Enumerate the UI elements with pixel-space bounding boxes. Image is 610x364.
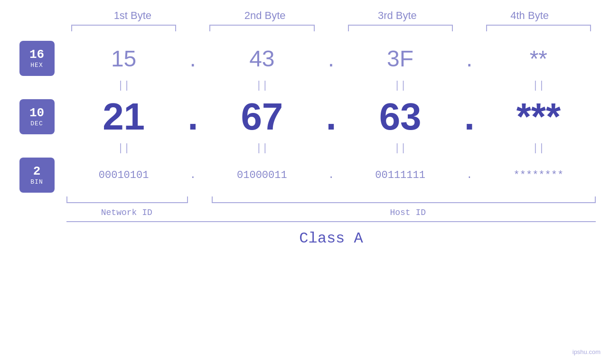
main-container: 1st Byte 2nd Byte 3rd Byte 4th Byte 16 H… xyxy=(0,0,610,364)
hex-b1: 15 xyxy=(111,46,136,71)
dec-dot3: . xyxy=(464,95,475,138)
byte3-header: 3rd Byte xyxy=(331,9,464,25)
class-divider xyxy=(66,221,596,222)
hex-dot1: . xyxy=(190,46,196,71)
class-section: Class A xyxy=(66,221,610,251)
bin-row: 00010101 . 01000011 . 00111111 . *******… xyxy=(66,158,610,193)
bin-badge: 2 BIN xyxy=(19,158,55,193)
bin-dot2: . xyxy=(328,169,334,181)
bin-b4: ******** xyxy=(514,169,564,181)
eq2-b1: || xyxy=(117,142,130,154)
eq2-b4: || xyxy=(532,142,544,154)
class-label: Class A xyxy=(66,226,596,251)
eq2-b2: || xyxy=(256,142,268,154)
hex-row: 15 . 43 . 3F . ** xyxy=(66,41,610,76)
hex-dot2: . xyxy=(328,46,334,71)
bin-badge-number: 2 xyxy=(33,165,41,178)
dec-badge: 10 DEC xyxy=(19,99,55,134)
dec-b4: *** xyxy=(516,95,561,138)
network-id-label: Network ID xyxy=(101,208,152,217)
bin-badge-label: BIN xyxy=(30,178,43,186)
dec-dot1: . xyxy=(188,95,198,138)
hex-badge-number: 16 xyxy=(29,48,44,62)
bin-b1: 00010101 xyxy=(99,169,149,181)
dec-b1: 21 xyxy=(103,95,145,138)
bin-dot3: . xyxy=(466,169,472,181)
dec-dot2: . xyxy=(326,95,336,138)
byte4-header: 4th Byte xyxy=(463,9,596,25)
bin-badge-col: 2 BIN xyxy=(0,158,66,193)
byte2-header: 2nd Byte xyxy=(199,9,331,25)
bracket-byte2 xyxy=(209,25,314,31)
eq2-b3: || xyxy=(394,142,406,154)
bin-dot1: . xyxy=(190,169,196,181)
dec-row: 21 . 67 . 63 . *** xyxy=(66,95,610,139)
hex-dot3: . xyxy=(466,46,472,71)
dec-badge-col: 10 DEC xyxy=(0,95,66,139)
bracket-byte4 xyxy=(486,25,591,31)
eq1-b2: || xyxy=(256,80,268,92)
bottom-brackets-area: Network ID Host ID xyxy=(66,196,610,217)
hex-b4: ** xyxy=(530,46,547,71)
dec-b2: 67 xyxy=(241,95,283,138)
dec-badge-number: 10 xyxy=(29,106,44,120)
dec-b3: 63 xyxy=(379,95,422,138)
bottom-bracket-network xyxy=(66,196,188,203)
equals-row1: || || || || xyxy=(66,76,610,95)
hex-badge-label: HEX xyxy=(30,62,43,69)
equals-row2: || || || || xyxy=(66,139,610,158)
eq1-b1: || xyxy=(117,80,130,92)
hex-badge-col: 16 HEX xyxy=(0,41,66,76)
watermark: ipshu.com xyxy=(572,348,601,355)
hex-b3: 3F xyxy=(387,46,413,71)
bracket-byte1 xyxy=(71,25,176,31)
hex-b2: 43 xyxy=(249,46,274,71)
bracket-byte3 xyxy=(348,25,453,31)
dec-badge-label: DEC xyxy=(30,120,43,127)
bottom-bracket-host xyxy=(212,196,596,203)
hex-badge: 16 HEX xyxy=(19,41,55,76)
bin-b2: 01000011 xyxy=(237,169,287,181)
eq1-b4: || xyxy=(532,80,544,92)
eq1-b3: || xyxy=(394,80,406,92)
byte1-header: 1st Byte xyxy=(66,9,199,25)
bin-b3: 00111111 xyxy=(375,169,425,181)
host-id-label: Host ID xyxy=(380,208,426,217)
